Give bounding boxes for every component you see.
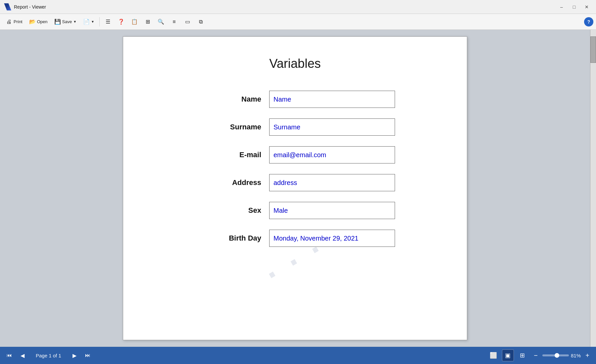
vertical-scrollbar[interactable] (590, 30, 596, 347)
report-page: Variables NameNameSurnameSurnameE-mailem… (123, 36, 467, 340)
field-label-surname: Surname (195, 123, 261, 131)
print-button[interactable]: 🖨 Print (3, 16, 25, 28)
zoom-out-button[interactable]: − (531, 351, 540, 360)
page-indicator: Page 1 of 1 (30, 353, 67, 358)
zoom-slider-thumb (555, 353, 559, 358)
page-title: Variables (150, 57, 440, 71)
search-button[interactable]: 🔍 (155, 16, 167, 28)
form-fields: NameNameSurnameSurnameE-mailemail@email.… (150, 91, 440, 247)
field-label-name: Name (195, 95, 261, 104)
view-mode-button[interactable]: ⧉ (194, 16, 207, 28)
title-bar: Report - Viewer – □ ✕ (0, 0, 596, 14)
status-bar: ⏮ ◀ Page 1 of 1 ▶ ⏭ ⬜ ▣ ⊞ − 81% + (0, 347, 596, 364)
print-label: Print (14, 19, 23, 24)
single-view-button[interactable]: ⬜ (487, 349, 499, 361)
zoom-level: 81% (571, 353, 581, 358)
window-controls: – □ ✕ (556, 2, 592, 12)
open-icon: 📂 (29, 19, 36, 25)
separator-1 (99, 17, 100, 26)
window-title: Report - Viewer (14, 4, 554, 10)
main-area: Variables NameNameSurnameSurnameE-mailem… (0, 30, 596, 347)
single-page-button[interactable]: ☰ (102, 16, 114, 28)
copy-icon: 📋 (131, 19, 138, 25)
next-page-button[interactable]: ▶ (69, 350, 80, 361)
help-doc-button[interactable]: ❓ (115, 16, 127, 28)
document-container[interactable]: Variables NameNameSurnameSurnameE-mailem… (0, 30, 590, 347)
gallery-icon: ⊞ (144, 19, 151, 25)
text-align-icon: ≡ (171, 19, 177, 25)
app-logo (4, 3, 11, 11)
save-dropdown-icon: ▼ (73, 20, 76, 23)
save-label: Save (62, 19, 72, 24)
form-row: Birth DayMonday, November 29, 2021 (150, 230, 440, 247)
field-value-birth-day: Monday, November 29, 2021 (269, 230, 395, 247)
help-doc-icon: ❓ (118, 19, 124, 25)
form-row: NameName (150, 91, 440, 108)
form-row: E-mailemail@email.com (150, 146, 440, 163)
maximize-button[interactable]: □ (569, 2, 579, 12)
form-row: Addressaddress (150, 174, 440, 191)
zoom-in-button[interactable]: + (583, 351, 592, 360)
gallery-button[interactable]: ⊞ (141, 16, 154, 28)
save-button[interactable]: 💾 Save ▼ (51, 16, 80, 28)
status-right: ⬜ ▣ ⊞ − 81% + (487, 349, 592, 361)
minimize-button[interactable]: – (556, 2, 567, 12)
field-label-address: Address (195, 178, 261, 187)
field-label-birth-day: Birth Day (195, 234, 261, 243)
page-layout-button[interactable]: 📄 ▼ (80, 16, 97, 28)
grid-view-button[interactable]: ⊞ (517, 349, 528, 361)
single-page-icon: ☰ (105, 19, 111, 25)
form-row: SurnameSurname (150, 118, 440, 136)
print-icon: 🖨 (6, 19, 12, 25)
copy-button[interactable]: 📋 (128, 16, 141, 28)
zoom-slider[interactable] (542, 354, 569, 356)
field-value-name: Name (269, 91, 395, 108)
last-page-button[interactable]: ⏭ (82, 350, 93, 361)
field-value-sex: Male (269, 202, 395, 219)
text-align-button[interactable]: ≡ (168, 16, 180, 28)
form-row: SexMale (150, 202, 440, 219)
page-view-button[interactable]: ▣ (502, 349, 514, 361)
page-dropdown-icon: ▼ (91, 20, 94, 23)
field-value-surname: Surname (269, 118, 395, 136)
zoom-control: − 81% + (531, 351, 592, 360)
scrollbar-thumb[interactable] (590, 36, 596, 63)
view-mode-icon: ⧉ (197, 19, 204, 25)
field-label-sex: Sex (195, 206, 261, 215)
layout-view-button[interactable]: ▭ (181, 16, 194, 28)
page-icon: 📄 (83, 19, 90, 25)
first-page-button[interactable]: ⏮ (4, 350, 15, 361)
field-label-e-mail: E-mail (195, 151, 261, 159)
open-button[interactable]: 📂 Open (26, 16, 51, 28)
field-value-e-mail: email@email.com (269, 146, 395, 163)
save-icon: 💾 (54, 19, 61, 25)
prev-page-button[interactable]: ◀ (17, 350, 28, 361)
layout-view-icon: ▭ (184, 19, 191, 25)
help-button[interactable]: ? (584, 17, 593, 26)
field-value-address: address (269, 174, 395, 191)
search-icon: 🔍 (158, 19, 164, 25)
close-button[interactable]: ✕ (581, 2, 592, 12)
open-label: Open (37, 19, 48, 24)
toolbar: 🖨 Print 📂 Open 💾 Save ▼ 📄 ▼ ☰ ❓ 📋 ⊞ 🔍 ≡ (0, 14, 596, 30)
